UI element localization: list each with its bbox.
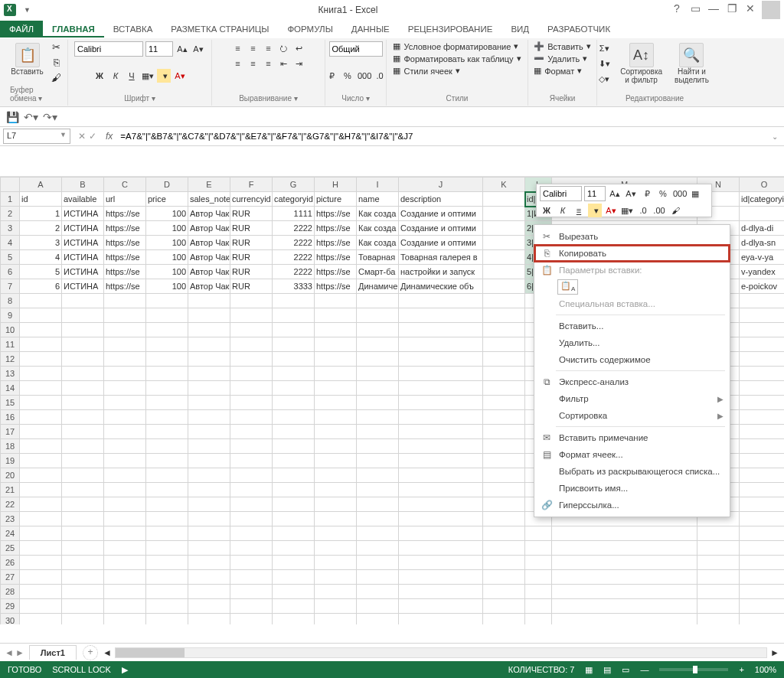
mini-dec1-icon[interactable]: .0: [636, 204, 650, 217]
cell[interactable]: [146, 468, 188, 483]
cell[interactable]: [146, 614, 188, 625]
cell[interactable]: 100: [146, 250, 188, 265]
col-header-K[interactable]: K: [483, 178, 525, 192]
cell[interactable]: [188, 439, 230, 454]
cell[interactable]: [104, 367, 146, 381]
format-painter-icon[interactable]: 🖌: [50, 72, 64, 86]
col-header-A[interactable]: A: [20, 178, 62, 192]
cell[interactable]: [399, 570, 483, 585]
save-icon[interactable]: 💾: [6, 111, 19, 123]
cell[interactable]: [315, 367, 357, 381]
cell[interactable]: [273, 294, 315, 308]
clear-icon[interactable]: ◇▾: [597, 72, 611, 86]
cell[interactable]: [399, 468, 483, 483]
cell[interactable]: [20, 570, 62, 585]
copy-icon[interactable]: ⎘: [50, 57, 64, 70]
ctx-item[interactable]: ✉Вставить примечание: [534, 429, 730, 446]
undo-icon[interactable]: ↶▾: [24, 111, 38, 123]
cell[interactable]: [62, 454, 104, 468]
cell[interactable]: [188, 570, 230, 585]
cell[interactable]: [483, 265, 525, 279]
cell[interactable]: [357, 396, 399, 410]
format-table-button[interactable]: ▦Форматировать как таблицу ▾: [393, 54, 521, 64]
row-header[interactable]: 26: [1, 556, 20, 570]
cell[interactable]: [315, 556, 357, 570]
cell[interactable]: [20, 585, 62, 599]
cell[interactable]: [697, 614, 740, 625]
cell[interactable]: [62, 526, 104, 541]
cell[interactable]: [483, 221, 525, 236]
cell[interactable]: [188, 468, 230, 483]
cell[interactable]: [273, 483, 315, 497]
cell[interactable]: description: [399, 192, 483, 207]
cell[interactable]: [230, 599, 273, 614]
row-header[interactable]: 10: [1, 323, 20, 337]
cell[interactable]: [20, 454, 62, 468]
cell[interactable]: [273, 599, 315, 614]
cell[interactable]: [740, 585, 785, 599]
cell[interactable]: [104, 454, 146, 468]
cell[interactable]: 100: [146, 279, 188, 294]
cell[interactable]: [525, 541, 552, 556]
cell[interactable]: [483, 250, 525, 265]
mini-bold-button[interactable]: Ж: [540, 204, 554, 217]
cell[interactable]: [315, 483, 357, 497]
cell[interactable]: [104, 425, 146, 439]
cell[interactable]: [740, 541, 785, 556]
cell[interactable]: [697, 599, 740, 614]
cell[interactable]: [146, 570, 188, 585]
cell[interactable]: Создание и оптими: [399, 207, 483, 221]
mini-toolbar[interactable]: A▴ A▾ ₽ % 000 ▦ Ж К ≡ ▾ A▾ ▦▾ .0 .00 🖌: [536, 184, 712, 217]
cell[interactable]: [273, 468, 315, 483]
cell[interactable]: [62, 294, 104, 308]
cell[interactable]: [740, 410, 785, 425]
cell[interactable]: [20, 367, 62, 381]
cell[interactable]: [62, 381, 104, 396]
row-header[interactable]: 22: [1, 497, 20, 512]
cell[interactable]: [399, 585, 483, 599]
font-size-select[interactable]: [145, 41, 173, 57]
increase-font-icon[interactable]: A▴: [175, 42, 189, 56]
cell[interactable]: [62, 425, 104, 439]
cell[interactable]: [104, 483, 146, 497]
cell[interactable]: [483, 323, 525, 337]
cell[interactable]: [315, 294, 357, 308]
cell[interactable]: [146, 483, 188, 497]
cell[interactable]: [146, 556, 188, 570]
paste-button[interactable]: 📋 Вставить: [8, 41, 46, 86]
cell[interactable]: [525, 556, 552, 570]
cell[interactable]: [188, 337, 230, 352]
cell[interactable]: [62, 599, 104, 614]
cell[interactable]: [740, 614, 785, 625]
close-icon[interactable]: ✕: [743, 3, 757, 17]
mini-inc-font-icon[interactable]: A▴: [608, 187, 622, 200]
cell[interactable]: [146, 541, 188, 556]
row-header[interactable]: 8: [1, 294, 20, 308]
cell[interactable]: [230, 323, 273, 337]
cell[interactable]: [483, 308, 525, 323]
cell[interactable]: [146, 410, 188, 425]
cell[interactable]: 2: [20, 221, 62, 236]
cell[interactable]: [740, 323, 785, 337]
cell[interactable]: v-yandex: [740, 265, 785, 279]
cell[interactable]: [740, 454, 785, 468]
cell[interactable]: [315, 425, 357, 439]
cell[interactable]: [740, 207, 785, 221]
cell[interactable]: [146, 425, 188, 439]
cell[interactable]: настройки и запуск: [399, 265, 483, 279]
cell[interactable]: [273, 367, 315, 381]
view-normal-icon[interactable]: ▦: [585, 665, 593, 675]
cell[interactable]: Динамиче: [357, 279, 399, 294]
cell[interactable]: [104, 599, 146, 614]
cell[interactable]: [146, 294, 188, 308]
cell[interactable]: [20, 381, 62, 396]
cell[interactable]: [273, 308, 315, 323]
cell[interactable]: 1: [20, 207, 62, 221]
cell[interactable]: [104, 570, 146, 585]
cell[interactable]: [20, 439, 62, 454]
zoom-in-icon[interactable]: +: [739, 665, 743, 674]
cell[interactable]: [146, 367, 188, 381]
cell[interactable]: 100: [146, 236, 188, 250]
cell[interactable]: ИСТИНА: [62, 250, 104, 265]
row-header[interactable]: 7: [1, 279, 20, 294]
